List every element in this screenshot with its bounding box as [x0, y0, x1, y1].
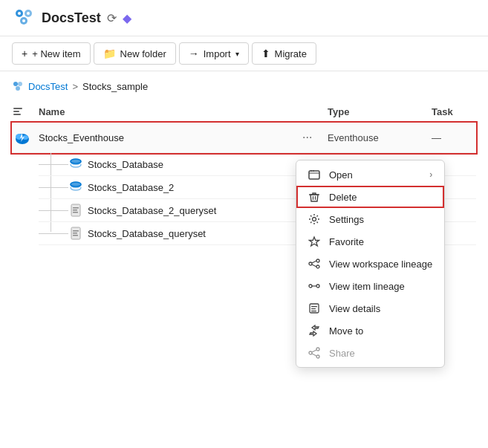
svg-rect-37 [311, 306, 317, 307]
svg-rect-25 [73, 230, 79, 232]
svg-point-32 [316, 259, 319, 262]
item-lineage-icon [308, 280, 322, 292]
queryset-icon [68, 226, 83, 241]
context-menu: Open › Delete Settings [296, 160, 445, 368]
svg-rect-27 [73, 235, 78, 236]
favorite-star-icon [308, 236, 322, 247]
migrate-icon: ⬆ [261, 48, 270, 59]
svg-point-7 [18, 82, 22, 86]
svg-rect-28 [309, 171, 319, 179]
delete-label: Delete [329, 192, 432, 203]
app-logo-icon [12, 6, 36, 30]
sub-row-name: Stocks_Database_2_queryset [88, 205, 216, 216]
svg-rect-38 [311, 308, 316, 309]
open-icon [308, 169, 322, 181]
svg-point-8 [16, 86, 20, 91]
table-row[interactable]: Stocks_Eventhouse ☆ ··· Eventhouse — [12, 123, 476, 153]
tree-horizontal-line [53, 233, 68, 234]
svg-point-41 [316, 355, 319, 358]
breadcrumb: DocsTest > Stocks_sample [0, 71, 488, 101]
row-task: — [432, 132, 476, 143]
svg-rect-39 [311, 311, 316, 311]
sub-row-name: Stocks_Database [88, 159, 163, 170]
item-lineage-label: View item lineage [329, 281, 432, 292]
share-label: Share [329, 348, 432, 359]
svg-point-3 [18, 12, 21, 15]
settings-icon [308, 213, 322, 225]
diamond-icon: ◆ [123, 11, 131, 25]
col-type-header: Type [328, 106, 432, 117]
breadcrumb-current: Stocks_sample [82, 81, 148, 92]
eventhouse-icon [12, 127, 33, 148]
trash-icon [308, 191, 322, 203]
breadcrumb-separator: > [72, 81, 78, 92]
more-options-button[interactable]: ··· [298, 129, 328, 146]
svg-rect-9 [13, 108, 22, 109]
menu-item-delete[interactable]: Delete [296, 186, 444, 208]
svg-point-29 [313, 218, 316, 221]
tree-horizontal-line [53, 164, 68, 165]
svg-point-35 [316, 285, 319, 288]
migrate-button[interactable]: ⬆ Migrate [252, 42, 316, 65]
menu-item-item-lineage[interactable]: View item lineage [296, 275, 444, 297]
new-folder-label: New folder [120, 48, 166, 59]
svg-point-6 [13, 82, 18, 86]
workspace-lineage-label: View workspace lineage [329, 259, 432, 270]
col-icon [12, 105, 39, 117]
svg-rect-22 [73, 210, 77, 211]
folder-icon: 📁 [103, 48, 116, 59]
plus-icon: + [22, 48, 27, 59]
open-submenu-arrow: › [429, 169, 432, 180]
menu-item-workspace-lineage[interactable]: View workspace lineage [296, 253, 444, 275]
move-to-label: Move to [329, 325, 432, 337]
svg-point-40 [316, 348, 319, 351]
import-button[interactable]: → Import ▾ [179, 42, 249, 65]
svg-rect-10 [13, 111, 19, 112]
svg-rect-11 [13, 114, 21, 115]
svg-point-31 [309, 262, 312, 265]
migrate-label: Migrate [275, 48, 307, 59]
menu-item-move[interactable]: Move to [296, 319, 444, 342]
menu-item-favorite[interactable]: Favorite [296, 230, 444, 253]
menu-item-open[interactable]: Open › [296, 163, 444, 186]
svg-rect-23 [73, 212, 78, 213]
details-icon [308, 302, 322, 314]
table-header: Name Type Task [12, 101, 476, 123]
svg-rect-21 [73, 207, 79, 209]
refresh-icon[interactable]: ⟳ [107, 11, 117, 25]
svg-point-33 [316, 265, 319, 268]
queryset-icon [68, 203, 83, 218]
new-item-label: + New item [32, 48, 80, 59]
new-folder-button[interactable]: 📁 New folder [94, 42, 176, 65]
workspace-lineage-icon [308, 258, 322, 270]
col-task-header: Task [432, 106, 476, 117]
move-icon [308, 325, 322, 337]
svg-marker-30 [310, 237, 319, 246]
menu-item-share[interactable]: Share [296, 342, 444, 364]
favorite-label: Favorite [329, 236, 432, 247]
settings-label: Settings [329, 214, 432, 225]
breadcrumb-workspace-link[interactable]: DocsTest [28, 81, 68, 92]
eventhouse-row-name: Stocks_Eventhouse [39, 132, 268, 143]
view-details-label: View details [329, 303, 432, 314]
database-icon [68, 157, 83, 172]
toolbar: + + New item 📁 New folder → Import ▾ ⬆ M… [0, 36, 488, 71]
import-label: Import [204, 48, 231, 59]
svg-point-42 [309, 351, 312, 354]
menu-item-details[interactable]: View details [296, 297, 444, 319]
sub-row-name: Stocks_Database_2 [88, 182, 174, 193]
row-icon-cell [12, 127, 39, 148]
svg-point-4 [27, 12, 30, 15]
sub-row-name: Stocks_Database_queryset [88, 228, 206, 239]
menu-item-settings[interactable]: Settings [296, 208, 444, 230]
import-icon: → [189, 48, 199, 59]
database-icon [68, 180, 83, 195]
svg-point-34 [309, 285, 312, 288]
svg-point-5 [22, 19, 25, 22]
breadcrumb-icon [12, 80, 24, 92]
row-type: Eventhouse [328, 132, 432, 143]
new-item-button[interactable]: + + New item [12, 42, 91, 65]
tree-horizontal-line [53, 187, 68, 188]
import-arrow-icon: ▾ [235, 50, 239, 58]
svg-rect-26 [73, 233, 77, 234]
